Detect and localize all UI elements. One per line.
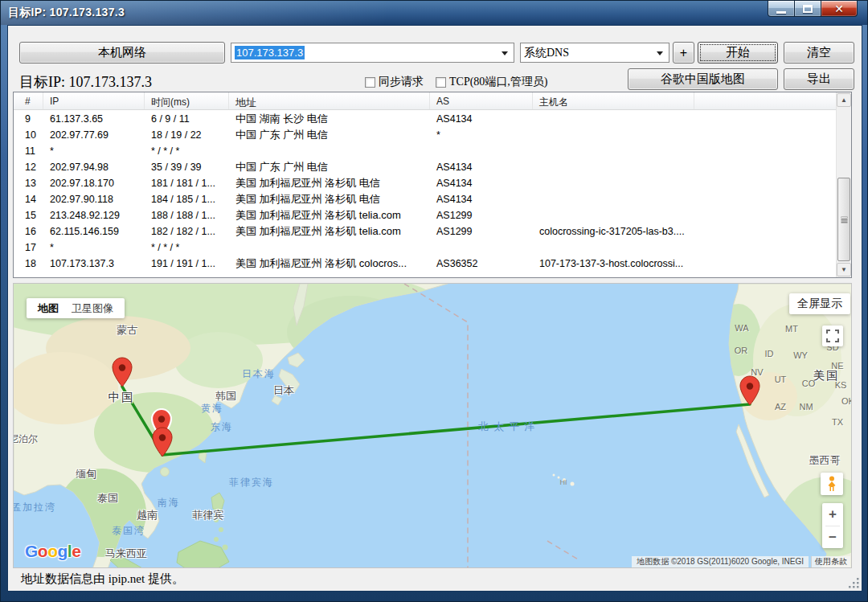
sync-request-label: 同步请求 — [379, 75, 424, 89]
checkbox-box[interactable] — [365, 77, 375, 88]
table-row[interactable]: 18 107.173.137.3 191 / 191 / 1... 美国 加利福… — [14, 256, 836, 272]
tcp-label: TCP(80端口,管理员) — [449, 75, 548, 89]
target-ip-label: 目标IP: 107.173.137.3 — [19, 72, 152, 92]
fullscreen-display-button[interactable]: 全屏显示 — [789, 293, 850, 314]
map-type-map-button[interactable]: 地图 — [31, 301, 65, 316]
trace-table-body: 9 61.137.3.65 6 / 9 / 11 中国 湖南 长沙 电信 AS4… — [14, 111, 836, 277]
start-button[interactable]: 开始 — [698, 42, 778, 63]
dns-value: 系统DNS — [524, 47, 569, 59]
table-row[interactable]: 17 * * / * / * — [14, 240, 836, 256]
table-row[interactable]: 11 * * / * / * — [14, 143, 836, 159]
pegman-button[interactable] — [821, 473, 843, 495]
target-ip-combobox[interactable]: 107.173.137.3 — [231, 43, 514, 63]
table-scrollbar[interactable]: ▲ ▼ — [836, 92, 851, 277]
minimize-button[interactable] — [768, 1, 795, 17]
trace-table: # IP 时间(ms) 地址 AS 主机名 9 61.137.3.65 6 / … — [13, 92, 852, 278]
zoom-in-button[interactable]: + — [822, 503, 843, 526]
col-header-num[interactable]: # — [14, 92, 43, 109]
sync-request-checkbox[interactable]: 同步请求 — [365, 75, 424, 89]
titlebar[interactable]: 目标IP: 107.173.137.3 ✕ — [1, 1, 867, 25]
map[interactable]: 蒙古中国韩国日本日本海黄海东海尼泊尔缅甸泰国越南南海菲律宾菲律宾海孟加拉湾泰国湾… — [13, 283, 852, 568]
window-body: 本机网络 107.173.137.3 系统DNS + 开始 清空 目标IP: 1… — [7, 25, 862, 592]
map-marker-pin[interactable] — [739, 375, 760, 406]
table-row[interactable]: 14 202.97.90.118 184 / 185 / 1... 美国 加利福… — [14, 191, 836, 207]
target-ip-value: 107.173.137.3 — [235, 46, 305, 59]
map-marker-pin[interactable] — [112, 357, 133, 387]
add-button[interactable]: + — [673, 42, 694, 63]
table-row[interactable]: 15 213.248.92.129 188 / 188 / 1... 美国 加利… — [14, 207, 836, 223]
table-row[interactable]: 13 202.97.18.170 181 / 181 / 1... 美国 加利福… — [14, 175, 836, 191]
export-button[interactable]: 导出 — [784, 68, 854, 90]
pegman-icon — [822, 474, 841, 493]
local-network-button[interactable]: 本机网络 — [19, 42, 225, 63]
scroll-down-icon[interactable]: ▼ — [837, 263, 851, 276]
col-header-filler — [694, 92, 851, 109]
table-row[interactable]: 12 202.97.94.98 35 / 39 / 39 中国 广东 广州 电信… — [14, 159, 836, 175]
table-header: # IP 时间(ms) 地址 AS 主机名 — [14, 92, 851, 110]
col-header-addr[interactable]: 地址 — [229, 92, 430, 109]
table-row[interactable]: 16 62.115.146.159 182 / 182 / 1... 美国 加利… — [14, 223, 836, 240]
col-header-ip[interactable]: IP — [43, 92, 145, 109]
window-controls: ✕ — [768, 1, 858, 18]
table-row[interactable]: 9 61.137.3.65 6 / 9 / 11 中国 湖南 长沙 电信 AS4… — [14, 111, 836, 127]
scroll-up-icon[interactable]: ▲ — [837, 93, 851, 107]
chevron-down-icon[interactable] — [657, 51, 663, 55]
maximize-icon — [803, 5, 813, 13]
minimize-icon — [776, 11, 786, 14]
resize-grip[interactable] — [848, 577, 860, 589]
chevron-down-icon[interactable] — [502, 51, 508, 55]
tcp-checkbox[interactable]: TCP(80端口,管理员) — [436, 75, 548, 89]
app-window: 目标IP: 107.173.137.3 ✕ 本机网络 107.173.137.3… — [0, 0, 868, 602]
map-attribution: 地图数据 ©2018 GS(2011)6020 Google, INEGI — [632, 556, 809, 567]
maximize-button[interactable] — [794, 1, 821, 17]
map-type-satellite-button[interactable]: 卫星图像 — [65, 301, 120, 316]
col-header-as[interactable]: AS — [430, 92, 533, 109]
table-row[interactable]: 10 202.97.77.69 18 / 19 / 22 中国 广东 广州 电信… — [14, 127, 836, 143]
dns-combobox[interactable]: 系统DNS — [520, 43, 669, 63]
google-logo: Google — [25, 542, 80, 561]
google-china-map-button[interactable]: 谷歌中国版地图 — [628, 68, 778, 90]
attribution-text: 地图数据 ©2018 GS(2011)6020 Google, INEGI — [637, 557, 804, 566]
col-header-host[interactable]: 主机名 — [533, 92, 694, 109]
window-title: 目标IP: 107.173.137.3 — [8, 6, 125, 20]
map-canvas[interactable] — [14, 284, 852, 568]
checkbox-box[interactable] — [436, 77, 446, 88]
provider-text: 地址数据信息由 ipip.net 提供。 — [13, 572, 184, 585]
scroll-thumb[interactable] — [837, 178, 850, 261]
terms-of-use-link[interactable]: 使用条款 — [811, 556, 850, 567]
fullscreen-icon-button[interactable] — [822, 326, 843, 346]
close-button[interactable]: ✕ — [821, 1, 858, 17]
map-type-control: 地图 卫星图像 — [27, 298, 125, 318]
col-header-time[interactable]: 时间(ms) — [145, 92, 229, 109]
close-icon: ✕ — [834, 3, 844, 14]
zoom-out-button[interactable]: − — [822, 526, 843, 549]
statusbar: 地址数据信息由 ipip.net 提供。 — [13, 568, 852, 591]
map-marker-pin[interactable] — [152, 427, 173, 457]
fullscreen-icon — [826, 330, 839, 342]
clear-button[interactable]: 清空 — [784, 42, 854, 63]
zoom-control: + − — [822, 503, 843, 548]
